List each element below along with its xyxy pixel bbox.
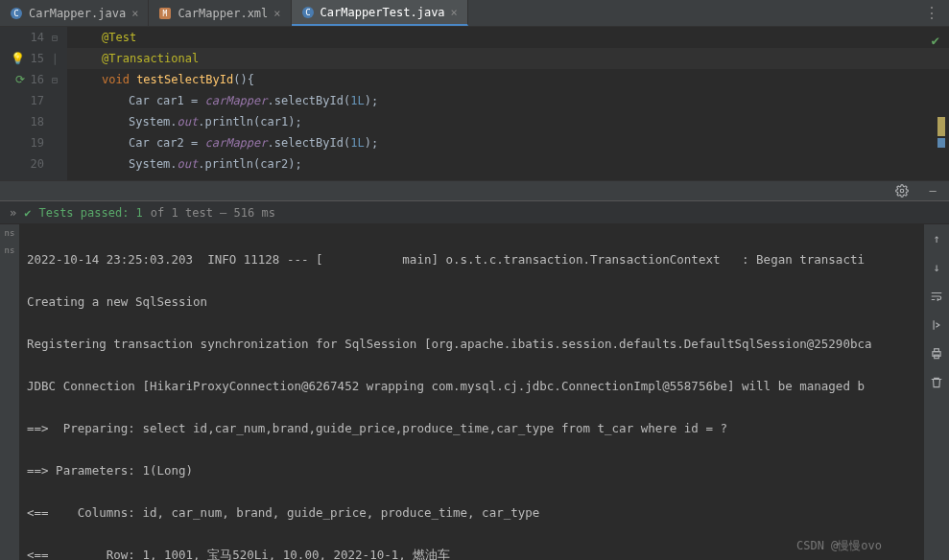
svg-text:C: C bbox=[305, 8, 310, 17]
log-line: ==> Preparing: select id,car_num,brand,g… bbox=[27, 418, 916, 439]
log-line: <== Row: 1, 1001, 宝马520Li, 10.00, 2022-1… bbox=[27, 545, 916, 560]
code-text: .selectById( bbox=[268, 136, 351, 150]
fold-icon[interactable]: ⊟ bbox=[50, 33, 59, 43]
field-ref: carMapper bbox=[204, 94, 267, 107]
svg-rect-8 bbox=[935, 349, 939, 352]
log-line: <== Columns: id, car_num, brand, guide_p… bbox=[27, 502, 916, 524]
info-marker[interactable] bbox=[937, 138, 945, 148]
number-literal: 1L bbox=[350, 94, 364, 107]
tab-carmappertest-java[interactable]: C CarMapperTest.java × bbox=[292, 0, 468, 26]
ms-label: ns bbox=[5, 228, 15, 238]
test-status-bar: » ✔ Tests passed: 1 of 1 test – 516 ms bbox=[0, 201, 949, 224]
log-line: Registering transaction synchronization … bbox=[27, 334, 916, 355]
code-text: Car car2 = bbox=[129, 136, 204, 150]
tab-carmapper-java[interactable]: C CarMapper.java × bbox=[0, 0, 149, 26]
log-line: Creating a new SqlSession bbox=[27, 292, 916, 313]
annotation: @Transactional bbox=[102, 52, 199, 65]
code-text: System. bbox=[129, 115, 178, 128]
log-line: ==> Parameters: 1(Long) bbox=[27, 460, 916, 481]
log-line: 2022-10-14 23:25:03.203 INFO 11128 --- [… bbox=[27, 249, 916, 270]
xml-file-icon: M bbox=[158, 7, 172, 20]
log-line: JDBC Connection [HikariProxyConnection@6… bbox=[27, 376, 916, 397]
svg-text:M: M bbox=[163, 10, 168, 18]
fold-icon[interactable]: ⊟ bbox=[50, 75, 59, 85]
line-number: 20 bbox=[31, 157, 44, 171]
error-stripe[interactable] bbox=[936, 31, 945, 175]
close-icon[interactable]: × bbox=[131, 7, 138, 20]
tests-passed-suffix: of 1 test – 516 ms bbox=[151, 206, 275, 220]
keyword: void bbox=[102, 73, 136, 86]
tests-passed-label: Tests passed: 1 bbox=[38, 206, 142, 220]
close-icon[interactable]: × bbox=[273, 7, 280, 20]
method-name: testSelectById bbox=[136, 73, 233, 86]
more-icon[interactable]: ⋮ bbox=[914, 4, 949, 22]
warning-marker[interactable] bbox=[937, 117, 945, 136]
console-panel: ns ns 2022-10-14 23:25:03.203 INFO 11128… bbox=[0, 224, 949, 560]
code-area[interactable]: @Test @Transactional void testSelectById… bbox=[67, 27, 949, 180]
expand-icon[interactable]: » bbox=[10, 206, 16, 220]
scroll-to-end-icon[interactable] bbox=[928, 316, 945, 334]
soft-wrap-icon[interactable] bbox=[928, 288, 945, 305]
intention-bulb-icon[interactable]: 💡 bbox=[11, 52, 25, 65]
run-toolbar-left: ns ns bbox=[0, 224, 19, 560]
annotation: @Test bbox=[102, 31, 136, 44]
scroll-up-icon[interactable]: ↑ bbox=[928, 230, 945, 247]
code-text: .println(car1); bbox=[198, 115, 301, 128]
java-class-icon: C bbox=[10, 7, 23, 20]
code-text: System. bbox=[129, 157, 178, 171]
code-text: Car car1 = bbox=[129, 94, 204, 107]
code-text: .selectById( bbox=[268, 94, 351, 107]
close-icon[interactable]: × bbox=[451, 6, 458, 19]
code-text: ); bbox=[365, 136, 378, 150]
tab-label: CarMapper.java bbox=[29, 7, 126, 20]
static-field: out bbox=[178, 157, 199, 171]
editor-tabs: C CarMapper.java × M CarMapper.xml × C C… bbox=[0, 0, 949, 27]
console-toolbar-right: ↑ ↓ bbox=[924, 224, 949, 560]
number-literal: 1L bbox=[350, 136, 364, 150]
line-number: 17 bbox=[31, 94, 44, 107]
svg-text:C: C bbox=[13, 9, 18, 18]
run-test-icon[interactable]: ⟳ bbox=[15, 73, 25, 86]
scroll-down-icon[interactable]: ↓ bbox=[928, 259, 945, 276]
ms-label: ns bbox=[5, 245, 15, 255]
tab-label: CarMapperTest.java bbox=[320, 6, 445, 19]
editor: ✔ 14⊟ 💡15│ ⟳16⊟ 17 18 19 20 @Test @Trans… bbox=[0, 27, 949, 180]
svg-point-6 bbox=[900, 189, 904, 193]
code-text: .println(car2); bbox=[198, 157, 301, 171]
console-output[interactable]: 2022-10-14 23:25:03.203 INFO 11128 --- [… bbox=[19, 224, 924, 560]
code-text: (){ bbox=[233, 73, 254, 86]
tool-window-header: — bbox=[0, 180, 949, 201]
gutter: 14⊟ 💡15│ ⟳16⊟ 17 18 19 20 bbox=[0, 27, 67, 180]
print-icon[interactable] bbox=[928, 345, 945, 362]
trash-icon[interactable] bbox=[928, 374, 945, 391]
minimize-icon[interactable]: — bbox=[924, 182, 941, 199]
gear-icon[interactable] bbox=[893, 182, 911, 199]
line-number: 15 bbox=[31, 52, 44, 65]
code-text: ); bbox=[365, 94, 378, 107]
test-pass-icon: ✔ bbox=[24, 206, 31, 220]
tab-label: CarMapper.xml bbox=[178, 7, 268, 20]
line-number: 18 bbox=[31, 115, 44, 128]
line-number: 16 bbox=[31, 73, 44, 86]
fold-icon[interactable]: │ bbox=[50, 54, 59, 64]
java-class-icon: C bbox=[301, 6, 315, 19]
field-ref: carMapper bbox=[204, 136, 267, 150]
tab-carmapper-xml[interactable]: M CarMapper.xml × bbox=[149, 0, 291, 26]
static-field: out bbox=[178, 115, 199, 128]
line-number: 19 bbox=[31, 136, 44, 150]
line-number: 14 bbox=[31, 31, 44, 44]
